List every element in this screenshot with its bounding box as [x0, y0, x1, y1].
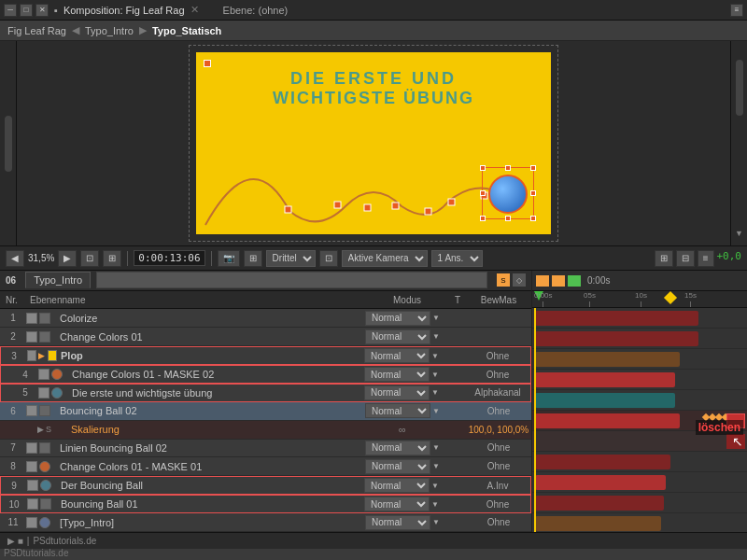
layer-vis-icon-8[interactable] [26, 461, 37, 472]
view-select[interactable]: 1 Ans. [431, 250, 483, 267]
layer-row-10[interactable]: 10 Bouncing Ball 01 Normal ▼ Ohne [0, 495, 531, 513]
layer-row-1[interactable]: 1 Colorize Normal ▼ [0, 309, 531, 328]
mode-select-1[interactable]: Normal [365, 311, 430, 326]
expand-icon-skal[interactable]: ▶ [37, 425, 44, 434]
layer-bewmas-6: Ohne [466, 406, 531, 416]
layer-vis-icon-4[interactable] [38, 369, 49, 380]
grid-icon-btn[interactable]: ⊞ [655, 250, 673, 267]
layer-vis-icon-9[interactable] [27, 480, 38, 491]
mode-select-4[interactable]: Normal [364, 367, 430, 382]
layer-name-11: [Typo_Intro] [56, 517, 365, 528]
panel-tab-typo[interactable]: Typo_Intro [25, 272, 91, 288]
layer-type-icon-5 [51, 387, 63, 399]
layer-name-skal: Skalierung [67, 424, 393, 435]
tl-green-btn[interactable] [568, 275, 581, 287]
camera-icon-btn[interactable]: 📷 [218, 250, 240, 267]
layer-vis-icon-2[interactable] [26, 331, 37, 343]
expand-icon-3[interactable]: ▶ [38, 351, 46, 360]
mode-select-2[interactable]: Normal [365, 329, 430, 344]
mode-select-10[interactable]: Normal [364, 497, 430, 511]
mode-select-11[interactable]: Normal [365, 515, 430, 530]
layer-type-icon-2 [39, 331, 50, 343]
layer-row-11[interactable]: 11 [Typo_Intro] Normal ▼ Ohne [0, 513, 531, 532]
breadcrumb-typo-statisch[interactable]: Typo_Statisch [152, 25, 221, 36]
minimize-button[interactable]: ─ [4, 4, 17, 17]
layer-name-2: Change Colors 01 [56, 331, 365, 343]
layer-row-6[interactable]: 6 Bouncing Ball 02 Normal ▼ Ohne [0, 402, 531, 421]
layer-icons-4 [38, 369, 68, 380]
grid2-icon-btn[interactable]: ⊟ [676, 250, 695, 267]
panel-controls: S ◇ [497, 273, 526, 287]
mode-select-8[interactable]: Normal [365, 459, 430, 474]
coords-display: +0,0 [717, 250, 742, 267]
layer-vis-icon-10[interactable] [27, 498, 38, 510]
layer-nr-6: 6 [0, 406, 26, 416]
svg-rect-1 [334, 202, 341, 208]
title-bar-close-tab[interactable]: ✕ [190, 4, 199, 16]
layer-vis-icon-3[interactable] [27, 350, 36, 361]
breadcrumb-sep-1: ◀ [72, 24, 79, 36]
tl-orange-btn1[interactable] [536, 275, 549, 287]
camera-select[interactable]: Aktive Kamera [342, 250, 428, 267]
panel-menu-button[interactable]: ≡ [730, 4, 743, 17]
layer-type-icon-1 [39, 313, 50, 324]
layer-row-7[interactable]: 7 Linien Bouncing Ball 02 Normal ▼ Ohne [0, 440, 531, 458]
layer-row-8[interactable]: 8 Change Colors 01 - MASKE 01 Normal ▼ O… [0, 457, 531, 476]
preview-canvas: DIE ERSTE UND WICHTIGSTE ÜBUNG [196, 52, 551, 234]
layer-row-skalierung[interactable]: ▶ S Skalierung ∞ 100,0, 100,0% [0, 421, 531, 440]
layers-icon-btn[interactable]: ≡ [698, 250, 714, 267]
solo-btn[interactable]: S [497, 273, 510, 287]
layer-icons-skal: ▶ S [37, 425, 67, 434]
layer-type-icon-7 [39, 442, 50, 454]
layer-name-3: Plop [57, 350, 364, 361]
layer-nr-7: 7 [0, 442, 26, 453]
mode-select-9[interactable]: Normal [364, 478, 430, 493]
bottom-panel: ▶ ■ | PSdtutorials.de [0, 532, 747, 549]
layer-row-4[interactable]: 4 Change Colors 01 - MASKE 02 Normal ▼ O… [0, 365, 531, 384]
layer-row-2[interactable]: 2 Change Colors 01 Normal ▼ [0, 328, 531, 346]
cursor-pointer-icon: ↖ [732, 435, 743, 448]
layer-bewmas-7: Ohne [466, 442, 531, 453]
breadcrumb-fig-leaf[interactable]: Fig Leaf Rag [7, 25, 66, 36]
thirds-select[interactable]: Drittel [266, 250, 316, 267]
layer-vis-icon-6[interactable] [26, 405, 37, 416]
mode-select-7[interactable]: Normal [365, 441, 430, 455]
zoom-out-btn[interactable]: ◀ [6, 250, 24, 267]
dropdown-arrow-7: ▼ [432, 443, 440, 452]
folder-icon-3 [48, 350, 57, 361]
layer-name-4: Change Colors 01 - MASKE 02 [68, 369, 364, 380]
layer-vis-icon-11[interactable] [26, 517, 37, 528]
fit-btn[interactable]: ⊡ [80, 250, 99, 267]
mode-select-5[interactable]: Normal [364, 385, 430, 400]
frame-btn[interactable]: ⊞ [103, 250, 121, 267]
layer-mode-10: Normal ▼ [364, 497, 448, 511]
track-bar-8 [535, 475, 666, 490]
dropdown-arrow-2: ▼ [432, 332, 440, 341]
pixel-btn[interactable]: ⊡ [319, 250, 338, 267]
mode-select-3[interactable]: Normal [364, 348, 430, 363]
track-bar-5 [535, 393, 675, 408]
zoom-in-btn[interactable]: ▶ [58, 250, 77, 267]
dropdown-arrow-3: ▼ [431, 352, 439, 360]
loschen-label: löschen [696, 420, 743, 435]
layer-row-9[interactable]: 9 Der Bouncing Ball Normal ▼ A.Inv [0, 476, 531, 495]
tl-orange-btn2[interactable] [552, 275, 565, 287]
window-controls[interactable]: ─ □ ✕ [4, 4, 49, 17]
layer-name-1: Colorize [56, 313, 365, 324]
graph-btn[interactable]: ◇ [513, 273, 526, 287]
layer-row-5[interactable]: 5 Die erste und wichtigste übung Normal … [0, 384, 531, 402]
grid-btn[interactable]: ⊞ [244, 250, 262, 267]
layer-vis-icon-1[interactable] [26, 313, 37, 324]
layer-vis-icon-5[interactable] [38, 387, 49, 399]
breadcrumb-typo-intro[interactable]: Typo_Intro [85, 25, 134, 36]
mode-select-6[interactable]: Normal [365, 403, 430, 418]
close-button[interactable]: ✕ [35, 4, 49, 17]
maximize-button[interactable]: □ [20, 4, 33, 17]
current-time-small: 06 [6, 275, 16, 286]
title-bar-label: Komposition: Fig Leaf Rag [63, 5, 185, 16]
layer-type-icon-8 [39, 461, 50, 472]
layer-vis-icon-7[interactable] [26, 442, 37, 454]
layer-nr-2: 2 [0, 331, 26, 342]
search-input[interactable] [96, 272, 487, 288]
layer-row-3[interactable]: 3 ▶ Plop Normal ▼ Ohne [0, 346, 531, 365]
